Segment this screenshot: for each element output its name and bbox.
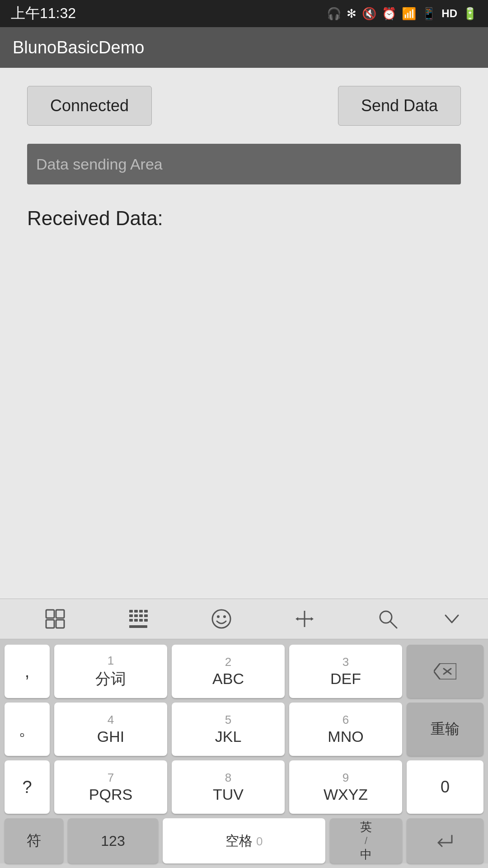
kb-grid-button[interactable] (14, 599, 97, 639)
send-data-button[interactable]: Send Data (338, 86, 461, 126)
svg-rect-6 (139, 610, 143, 613)
signal-icon: 📱 (422, 7, 436, 21)
svg-marker-23 (311, 617, 314, 621)
key-123[interactable]: 123 (68, 818, 158, 863)
key-row-1: , 1 分词 2 ABC 3 DEF (5, 645, 483, 698)
svg-point-17 (212, 610, 230, 628)
svg-rect-7 (144, 610, 148, 613)
grid-icon (45, 609, 65, 629)
svg-line-25 (390, 622, 397, 628)
mute-icon: 🔇 (362, 7, 376, 21)
app-title: BlunoBasicDemo (13, 38, 144, 57)
status-bar: 上午11:32 🎧 ✻ 🔇 ⏰ 📶 📱 HD 🔋 (0, 0, 488, 27)
svg-point-19 (223, 615, 226, 618)
emoji-icon (211, 609, 231, 629)
kb-keypad-button[interactable] (97, 599, 180, 639)
kb-search-button[interactable] (346, 599, 429, 639)
status-icons: 🎧 ✻ 🔇 ⏰ 📶 📱 HD 🔋 (327, 7, 477, 21)
svg-rect-1 (56, 610, 64, 618)
battery-icon: 🔋 (463, 7, 477, 21)
main-content: Connected Send Data Received Data: (0, 68, 488, 599)
backspace-icon (434, 663, 456, 679)
svg-rect-4 (129, 610, 133, 613)
key-4-ghi[interactable]: 4 GHI (54, 703, 167, 756)
svg-rect-2 (46, 620, 54, 628)
svg-rect-5 (134, 610, 138, 613)
key-period[interactable]: 。 (5, 703, 50, 756)
svg-rect-8 (129, 614, 133, 617)
key-lang[interactable]: 英 / 中 (330, 818, 402, 863)
search-icon (378, 609, 398, 629)
key-2-abc[interactable]: 2 ABC (172, 645, 285, 698)
key-5-jkl[interactable]: 5 JKL (172, 703, 285, 756)
received-data-label: Received Data: (27, 207, 461, 230)
buttons-row: Connected Send Data (27, 86, 461, 126)
key-reenter[interactable]: 重输 (407, 703, 483, 756)
svg-rect-14 (139, 619, 143, 622)
keys-area: , 1 分词 2 ABC 3 DEF 。 (0, 639, 488, 863)
key-7-pqrs[interactable]: 7 PQRS (54, 760, 167, 814)
collapse-icon (442, 609, 462, 629)
key-fu[interactable]: 符 (5, 818, 63, 863)
key-9-wxyz[interactable]: 9 WXYZ (289, 760, 402, 814)
kb-cursor-button[interactable] (263, 599, 346, 639)
key-3-def[interactable]: 3 DEF (289, 645, 402, 698)
svg-marker-26 (434, 663, 456, 679)
cursor-icon (295, 609, 314, 629)
svg-rect-3 (56, 620, 64, 628)
status-time: 上午11:32 (11, 4, 76, 24)
key-row-2: 。 4 GHI 5 JKL 6 MNO 重输 (5, 703, 483, 756)
wifi-icon: 📶 (402, 7, 416, 21)
data-sending-input[interactable] (27, 144, 461, 184)
keyboard: , 1 分词 2 ABC 3 DEF 。 (0, 599, 488, 868)
key-row-3: ? 7 PQRS 8 TUV 9 WXYZ 0 (5, 760, 483, 814)
key-comma[interactable]: , (5, 645, 50, 698)
svg-point-18 (217, 615, 220, 618)
svg-rect-13 (134, 619, 138, 622)
enter-icon (434, 832, 456, 850)
svg-marker-22 (296, 617, 298, 621)
connected-button[interactable]: Connected (27, 86, 152, 126)
key-question[interactable]: ? (5, 760, 50, 814)
alarm-icon: ⏰ (382, 7, 396, 21)
headphone-icon: 🎧 (327, 7, 341, 21)
key-8-tuv[interactable]: 8 TUV (172, 760, 285, 814)
key-1-fenci[interactable]: 1 分词 (54, 645, 167, 698)
hd-label: HD (441, 7, 457, 20)
svg-rect-12 (129, 619, 133, 622)
kb-emoji-button[interactable] (180, 599, 263, 639)
key-space[interactable]: 空格 0 (163, 818, 325, 863)
app-bar: BlunoBasicDemo (0, 27, 488, 68)
key-bottom-row: 符 123 空格 0 英 / 中 (5, 818, 483, 863)
svg-rect-9 (134, 614, 138, 617)
key-6-mno[interactable]: 6 MNO (289, 703, 402, 756)
kb-collapse-button[interactable] (429, 599, 474, 639)
key-backspace[interactable] (407, 645, 483, 698)
svg-rect-15 (144, 619, 148, 622)
keyboard-toolbar (0, 599, 488, 639)
svg-rect-10 (139, 614, 143, 617)
keypad-icon (128, 609, 148, 629)
svg-rect-0 (46, 610, 54, 618)
svg-rect-11 (144, 614, 148, 617)
key-zero[interactable]: 0 (407, 760, 483, 814)
svg-rect-16 (129, 625, 147, 628)
key-enter[interactable] (407, 818, 483, 863)
bluetooth-icon: ✻ (347, 7, 357, 21)
